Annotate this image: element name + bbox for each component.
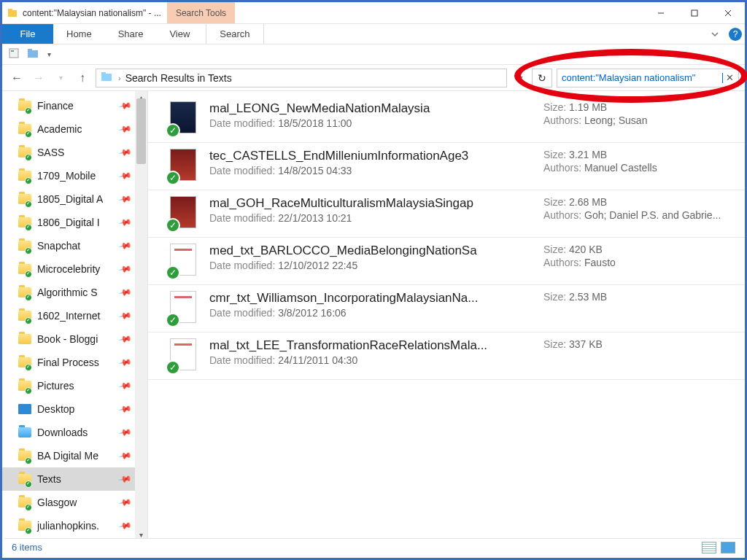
search-input[interactable]: content:"Malaysian nationalism" ✕ <box>557 69 739 88</box>
sync-badge-icon <box>25 107 32 114</box>
tab-view[interactable]: View <box>156 24 203 44</box>
breadcrumb-bar[interactable]: › Search Results in Texts <box>96 69 507 88</box>
date-modified-value: 12/10/2012 22:45 <box>278 260 357 271</box>
sync-badge-icon <box>25 177 32 184</box>
pin-icon: 📌 <box>117 168 132 183</box>
file-properties: Size: 337 KB <box>536 338 733 351</box>
qat-properties-icon[interactable] <box>8 47 20 62</box>
title-bar: content:"Malaysian nationalism" - ... Se… <box>2 2 745 24</box>
sidebar-item[interactable]: Desktop📌 <box>2 397 135 421</box>
result-row[interactable]: ✓mal_GOH_RaceMulticulturalismMalaysiaSin… <box>148 190 745 238</box>
sidebar-item[interactable]: Algorithmic S📌 <box>2 281 135 304</box>
result-row[interactable]: ✓mal_txt_LEE_TransformationRaceRelations… <box>148 332 745 380</box>
result-row[interactable]: ✓med_txt_BARLOCCO_MediaBelongingNationSa… <box>148 238 745 285</box>
svg-rect-6 <box>9 49 18 58</box>
pin-icon: 📌 <box>117 308 132 323</box>
sidebar-item[interactable]: SASS📌 <box>2 141 135 164</box>
sidebar-item-label: Microcelebrity <box>37 263 100 275</box>
sidebar-item[interactable]: 1709_Mobile📌 <box>2 164 135 187</box>
result-row[interactable]: ✓mal_LEONG_NewMediaNationMalaysiaDate mo… <box>148 96 745 143</box>
sidebar-item-label: Downloads <box>37 427 88 438</box>
status-item-count: 6 items <box>12 542 42 553</box>
scrollbar-thumb[interactable] <box>136 98 146 164</box>
tab-home[interactable]: Home <box>53 24 105 44</box>
location-history-dropdown[interactable] <box>511 69 527 88</box>
pin-icon: 📌 <box>117 285 132 300</box>
sync-badge-icon <box>25 154 32 161</box>
sync-badge-icon <box>25 201 32 208</box>
breadcrumb-label: Search Results in Texts <box>125 72 232 84</box>
sidebar-item[interactable]: Academic📌 <box>2 117 135 141</box>
close-button[interactable] <box>711 2 745 23</box>
sidebar-item[interactable]: Microcelebrity📌 <box>2 257 135 281</box>
pin-icon: 📌 <box>117 355 132 370</box>
sidebar-item-label: 1709_Mobile <box>37 170 96 182</box>
file-thumbnail: ✓ <box>170 338 199 372</box>
sidebar-item[interactable]: BA Digital Me📌 <box>2 444 135 467</box>
quick-access-toolbar: ▾ <box>2 44 745 65</box>
refresh-button[interactable]: ↻ <box>532 69 552 88</box>
sync-badge-icon <box>25 247 32 254</box>
search-clear-button[interactable]: ✕ <box>723 72 734 83</box>
maximize-button[interactable] <box>678 2 711 23</box>
nav-forward-button[interactable]: → <box>30 69 47 87</box>
file-tab[interactable]: File <box>2 24 53 44</box>
sidebar-item[interactable]: Downloads📌 <box>2 421 135 444</box>
svg-rect-10 <box>101 74 112 81</box>
file-properties: Size: 2.53 MB <box>536 291 733 304</box>
result-row[interactable]: ✓tec_CASTELLS_EndMilleniumInformationAge… <box>148 143 745 190</box>
sync-badge-icon <box>25 481 32 488</box>
search-input-text: content:"Malaysian nationalism" <box>562 72 721 83</box>
file-thumbnail: ✓ <box>170 244 199 277</box>
sidebar-item[interactable]: Glasgow📌 <box>2 491 135 514</box>
result-row[interactable]: ✓cmr_txt_Williamson_IncorporatingMalaysi… <box>148 285 745 332</box>
pin-icon: 📌 <box>117 472 132 486</box>
sidebar-item-label: Book - Bloggi <box>37 333 98 345</box>
search-tools-contextual-tab[interactable]: Search Tools <box>167 2 235 23</box>
svg-rect-11 <box>101 72 106 74</box>
ribbon-collapse-button[interactable] <box>704 24 726 44</box>
sidebar-item-label: Texts <box>37 473 61 485</box>
minimize-button[interactable] <box>644 2 678 23</box>
sidebar-scrollbar[interactable]: ▴ ▾ <box>135 91 147 540</box>
svg-rect-8 <box>28 50 38 58</box>
date-modified-label: Date modified: <box>209 212 278 224</box>
view-large-icons-button[interactable] <box>721 542 735 553</box>
date-modified-value: 22/1/2013 10:21 <box>278 212 352 224</box>
file-properties: Size: 3.21 MBAuthors: Manuel Castells <box>536 149 733 175</box>
sidebar-item[interactable]: 1602_Internet📌 <box>2 304 135 327</box>
sync-badge-icon <box>25 504 32 511</box>
file-name: med_txt_BARLOCCO_MediaBelongingNationSa <box>209 244 536 258</box>
sidebar-item[interactable]: 1806_Digital I📌 <box>2 211 135 234</box>
nav-back-button[interactable]: ← <box>8 69 26 87</box>
sidebar-item[interactable]: julianhopkins.📌 <box>2 514 135 537</box>
date-modified-label: Date modified: <box>209 307 278 319</box>
qat-newfolder-icon[interactable] <box>27 48 40 61</box>
file-name: tec_CASTELLS_EndMilleniumInformationAge3 <box>209 149 536 163</box>
sidebar-item-label: Finance <box>37 100 74 112</box>
date-modified-label: Date modified: <box>209 117 278 129</box>
sidebar-item-label: Pictures <box>37 380 74 392</box>
sidebar-item[interactable]: Final Process📌 <box>2 351 135 374</box>
tab-share[interactable]: Share <box>105 24 157 44</box>
file-thumbnail: ✓ <box>170 149 199 182</box>
help-button[interactable]: ? <box>726 24 745 44</box>
sidebar-item[interactable]: Finance📌 <box>2 94 135 117</box>
sidebar-item-label: Glasgow <box>37 497 77 508</box>
sidebar-item[interactable]: Book - Bloggi📌 <box>2 327 135 351</box>
sidebar-item[interactable]: Snapchat📌 <box>2 234 135 257</box>
sync-check-icon: ✓ <box>166 265 180 280</box>
nav-recent-dropdown[interactable]: ▾ <box>52 69 69 87</box>
desktop-icon <box>18 404 31 414</box>
view-details-button[interactable] <box>702 542 716 553</box>
sync-badge-icon <box>25 317 32 324</box>
nav-up-button[interactable]: ↑ <box>74 69 91 87</box>
qat-customize-dropdown[interactable]: ▾ <box>47 50 51 58</box>
folder-icon <box>18 334 31 344</box>
sidebar-item[interactable]: 1805_Digital A📌 <box>2 187 135 211</box>
sidebar-item[interactable]: Texts📌 <box>2 467 135 491</box>
tab-search[interactable]: Search <box>206 24 263 44</box>
sidebar-item[interactable]: Pictures📌 <box>2 374 135 397</box>
sync-check-icon: ✓ <box>166 313 180 327</box>
sidebar-item-label: 1805_Digital A <box>37 193 103 205</box>
